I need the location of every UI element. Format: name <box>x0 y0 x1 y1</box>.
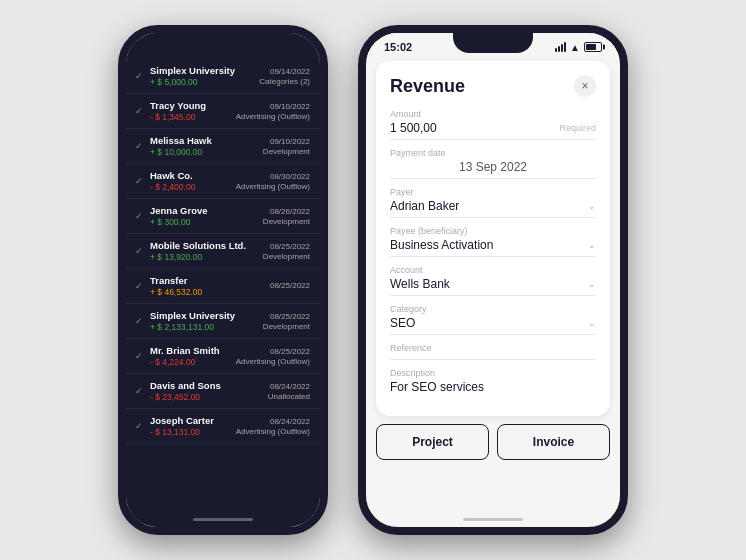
tx-date: 09/10/2022 <box>263 137 310 146</box>
payment-date-value[interactable]: 13 Sep 2022 <box>390 160 596 174</box>
home-indicator-right <box>463 518 523 521</box>
category-dropdown-icon: ⌄ <box>588 318 596 328</box>
description-label: Description <box>390 368 596 378</box>
category-value[interactable]: SEO ⌄ <box>390 316 596 330</box>
tx-name: Davis and Sons <box>150 380 264 391</box>
transaction-item[interactable]: ✓Melissa Hawk+ $ 10,000.0009/10/2022Deve… <box>126 129 320 164</box>
tx-name: Hawk Co. <box>150 170 232 181</box>
tx-category: Advertising (Outflow) <box>236 357 310 366</box>
tx-category: Development <box>263 322 310 331</box>
transaction-item[interactable]: ✓Jenna Grove+ $ 300.0008/26/2022Developm… <box>126 199 320 234</box>
left-screen: ✓Simplex University+ $ 5,000.0009/14/202… <box>126 33 320 527</box>
tx-name: Mobile Solutions Ltd. <box>150 240 259 251</box>
account-value[interactable]: Wells Bank ⌄ <box>390 277 596 291</box>
tx-date: 08/25/2022 <box>263 242 310 251</box>
reference-label: Reference <box>390 343 596 353</box>
tx-name: Melissa Hawk <box>150 135 259 146</box>
check-icon: ✓ <box>132 386 146 396</box>
status-time: 15:02 <box>384 41 412 53</box>
tx-date: 09/14/2022 <box>259 67 310 76</box>
transaction-item[interactable]: ✓Mr. Brian Smith- $ 4,224.0008/25/2022Ad… <box>126 339 320 374</box>
tx-date: 08/24/2022 <box>236 417 310 426</box>
transaction-item[interactable]: ✓Simplex University+ $ 2,133,131.0008/25… <box>126 304 320 339</box>
tx-amount: + $ 5,000.00 <box>150 77 255 87</box>
right-screen: 15:02 ▲ Revenue × <box>366 33 620 527</box>
tx-amount: + $ 46,532.00 <box>150 287 266 297</box>
amount-value[interactable]: 1 500,00 Required <box>390 121 596 135</box>
tx-name: Simplex University <box>150 310 259 321</box>
tx-category: Advertising (Outflow) <box>236 112 310 121</box>
tx-amount: + $ 13,920.00 <box>150 252 259 262</box>
signal-icon <box>555 42 566 52</box>
transaction-item[interactable]: ✓Hawk Co.- $ 2,400.0008/30/2022Advertisi… <box>126 164 320 199</box>
amount-field: Amount 1 500,00 Required <box>390 109 596 140</box>
check-icon: ✓ <box>132 351 146 361</box>
reference-field: Reference <box>390 343 596 360</box>
tx-date: 08/25/2022 <box>236 347 310 356</box>
transaction-item[interactable]: ✓Transfer+ $ 46,532.0008/25/2022 <box>126 269 320 304</box>
tx-name: Jenna Grove <box>150 205 259 216</box>
bottom-buttons: Project Invoice <box>376 424 610 460</box>
check-icon: ✓ <box>132 176 146 186</box>
tx-date: 08/24/2022 <box>268 382 310 391</box>
tx-name: Tracy Young <box>150 100 232 111</box>
account-dropdown-icon: ⌄ <box>588 279 596 289</box>
payment-date-field: Payment date 13 Sep 2022 <box>390 148 596 179</box>
tx-name: Simplex University <box>150 65 255 76</box>
tx-date: 08/30/2022 <box>236 172 310 181</box>
status-icons: ▲ <box>555 42 602 53</box>
tx-category: Advertising (Outflow) <box>236 182 310 191</box>
tx-date: 08/25/2022 <box>270 281 310 290</box>
home-indicator <box>193 518 253 521</box>
right-phone: 15:02 ▲ Revenue × <box>358 25 628 535</box>
check-icon: ✓ <box>132 246 146 256</box>
tx-category: Advertising (Outflow) <box>236 427 310 436</box>
check-icon: ✓ <box>132 211 146 221</box>
project-button[interactable]: Project <box>376 424 489 460</box>
tx-amount: - $ 4,224.00 <box>150 357 232 367</box>
tx-category: Development <box>263 217 310 226</box>
wifi-icon: ▲ <box>570 42 580 53</box>
invoice-button[interactable]: Invoice <box>497 424 610 460</box>
check-icon: ✓ <box>132 281 146 291</box>
payer-dropdown-icon: ⌄ <box>588 201 596 211</box>
description-field: Description For SEO services <box>390 368 596 398</box>
revenue-card: Revenue × Amount 1 500,00 Required Payme… <box>376 61 610 416</box>
battery-icon <box>584 42 602 52</box>
check-icon: ✓ <box>132 421 146 431</box>
transaction-item[interactable]: ✓Joseph Carter- $ 13,131.0008/24/2022Adv… <box>126 409 320 444</box>
account-field: Account Wells Bank ⌄ <box>390 265 596 296</box>
revenue-title: Revenue <box>390 76 465 97</box>
account-label: Account <box>390 265 596 275</box>
close-button[interactable]: × <box>574 75 596 97</box>
tx-amount: - $ 23,452.00 <box>150 392 264 402</box>
tx-date: 09/10/2022 <box>236 102 310 111</box>
amount-label: Amount <box>390 109 596 119</box>
payee-field: Payee (beneficiary) Business Activation … <box>390 226 596 257</box>
tx-category: Development <box>263 252 310 261</box>
payee-value[interactable]: Business Activation ⌄ <box>390 238 596 252</box>
transaction-item[interactable]: ✓Tracy Young- $ 1,345.0009/10/2022Advert… <box>126 94 320 129</box>
payer-label: Payer <box>390 187 596 197</box>
tx-amount: + $ 2,133,131.00 <box>150 322 259 332</box>
payee-label: Payee (beneficiary) <box>390 226 596 236</box>
tx-amount: - $ 2,400.00 <box>150 182 232 192</box>
transaction-item[interactable]: ✓Davis and Sons- $ 23,452.0008/24/2022Un… <box>126 374 320 409</box>
tx-category: Development <box>263 147 310 156</box>
tx-name: Transfer <box>150 275 266 286</box>
description-value[interactable]: For SEO services <box>390 380 596 394</box>
left-phone: ✓Simplex University+ $ 5,000.0009/14/202… <box>118 25 328 535</box>
check-icon: ✓ <box>132 141 146 151</box>
transaction-item[interactable]: ✓Simplex University+ $ 5,000.0009/14/202… <box>126 59 320 94</box>
tx-amount: - $ 13,131.00 <box>150 427 232 437</box>
payer-value[interactable]: Adrian Baker ⌄ <box>390 199 596 213</box>
tx-category: Categories (2) <box>259 77 310 86</box>
check-icon: ✓ <box>132 71 146 81</box>
tx-date: 08/26/2022 <box>263 207 310 216</box>
category-label: Category <box>390 304 596 314</box>
transaction-list: ✓Simplex University+ $ 5,000.0009/14/202… <box>126 55 320 448</box>
tx-name: Joseph Carter <box>150 415 232 426</box>
transaction-item[interactable]: ✓Mobile Solutions Ltd.+ $ 13,920.0008/25… <box>126 234 320 269</box>
check-icon: ✓ <box>132 106 146 116</box>
tx-amount: - $ 1,345.00 <box>150 112 232 122</box>
